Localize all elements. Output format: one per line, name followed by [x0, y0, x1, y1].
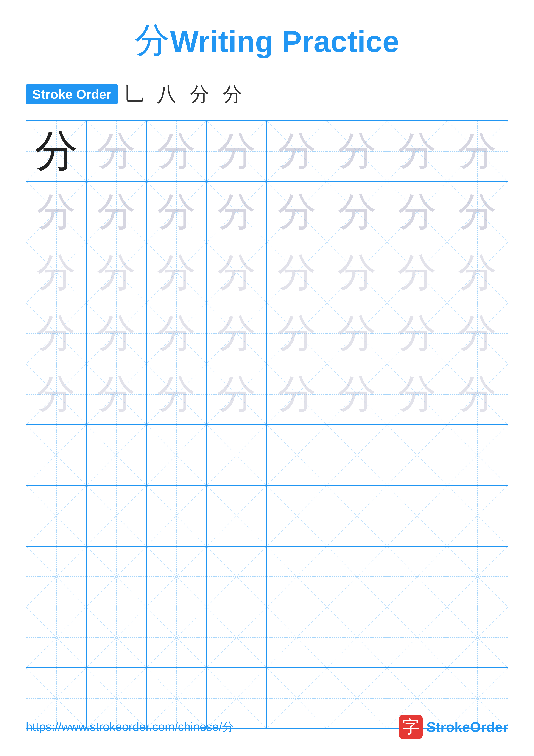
guide-char: 分 — [217, 186, 256, 238]
guide-char: 分 — [398, 307, 436, 360]
guide-char: 分 — [338, 186, 376, 238]
svg-line-99 — [87, 486, 146, 546]
grid-cell: 分 — [207, 121, 267, 181]
guide-char: 分 — [37, 368, 76, 420]
guide-char: 分 — [37, 307, 76, 360]
grid-cell-empty — [207, 547, 267, 607]
guide-char: 分 — [398, 186, 436, 238]
svg-line-98 — [87, 486, 146, 546]
grid-cell: 分 — [147, 242, 207, 303]
svg-line-130 — [87, 607, 146, 667]
grid-row: 分 分 分 分 分 分 分 分 — [27, 182, 507, 242]
grid-cell-empty — [327, 607, 387, 667]
guide-char: 分 — [217, 125, 256, 177]
guide-char: 分 — [217, 247, 256, 299]
guide-char: 分 — [157, 125, 196, 177]
svg-line-110 — [447, 486, 507, 546]
svg-line-129 — [27, 607, 86, 667]
svg-line-118 — [207, 547, 266, 607]
grid-cell-empty — [87, 486, 147, 546]
grid-cell: 分 — [207, 303, 267, 363]
guide-char: 分 — [458, 247, 497, 299]
guide-char: 分 — [398, 247, 436, 299]
svg-line-104 — [267, 486, 327, 546]
grid-cell-empty — [27, 547, 87, 607]
svg-line-117 — [147, 547, 206, 607]
grid-cell: 分 — [147, 121, 207, 181]
svg-line-103 — [207, 486, 266, 546]
svg-line-120 — [267, 547, 327, 607]
grid-cell-empty — [387, 486, 447, 546]
grid-cell: 分 — [327, 242, 387, 303]
practice-grid: 分 分 分 分 分 分 分 — [26, 120, 508, 729]
svg-line-119 — [207, 547, 266, 607]
guide-char: 分 — [338, 307, 376, 360]
logo-icon-box: 字 — [399, 715, 423, 739]
grid-cell: 分 — [207, 182, 267, 242]
grid-cell: 分 — [87, 303, 147, 363]
grid-cell-empty — [147, 547, 207, 607]
guide-char: 分 — [217, 307, 256, 360]
svg-line-90 — [327, 425, 387, 485]
grid-cell-empty — [87, 425, 147, 485]
grid-cell-empty — [27, 486, 87, 546]
footer-logo: 字 StrokeOrder — [399, 715, 508, 739]
grid-cell: 分 — [447, 242, 507, 303]
grid-cell-ref: 分 — [27, 121, 87, 181]
title-chinese-char: 分 — [135, 21, 169, 60]
svg-line-82 — [87, 425, 146, 485]
svg-line-87 — [207, 425, 266, 485]
grid-cell: 分 — [327, 303, 387, 363]
grid-cell: 分 — [27, 182, 87, 242]
svg-line-107 — [327, 486, 387, 546]
svg-line-85 — [147, 425, 206, 485]
svg-line-93 — [387, 425, 447, 485]
svg-line-134 — [207, 607, 266, 667]
grid-row: 分 分 分 分 分 分 分 分 — [27, 303, 507, 364]
guide-char: 分 — [458, 368, 497, 420]
grid-cell-empty — [387, 547, 447, 607]
svg-line-138 — [327, 607, 387, 667]
svg-line-81 — [27, 425, 86, 485]
svg-line-102 — [207, 486, 266, 546]
grid-cell-empty — [147, 486, 207, 546]
svg-line-101 — [147, 486, 206, 546]
svg-line-128 — [27, 607, 86, 667]
guide-char: 分 — [458, 125, 497, 177]
svg-line-135 — [207, 607, 266, 667]
grid-cell: 分 — [447, 121, 507, 181]
guide-char: 分 — [458, 307, 497, 360]
guide-char: 分 — [97, 247, 136, 299]
grid-cell: 分 — [387, 364, 447, 424]
svg-line-116 — [147, 547, 206, 607]
grid-row-empty — [27, 607, 507, 668]
svg-line-123 — [327, 547, 387, 607]
grid-cell-empty — [267, 425, 327, 485]
svg-line-108 — [387, 486, 447, 546]
svg-line-94 — [447, 425, 507, 485]
guide-char: 分 — [97, 186, 136, 238]
guide-char: 分 — [37, 247, 76, 299]
svg-line-112 — [27, 547, 86, 607]
grid-cell-empty — [447, 486, 507, 546]
grid-cell-empty — [447, 425, 507, 485]
guide-char: 分 — [277, 307, 316, 360]
guide-char: 分 — [277, 125, 316, 177]
grid-cell-empty — [267, 547, 327, 607]
grid-cell: 分 — [87, 182, 147, 242]
svg-line-122 — [327, 547, 387, 607]
svg-line-115 — [87, 547, 146, 607]
grid-cell: 分 — [267, 121, 327, 181]
svg-line-109 — [387, 486, 447, 546]
grid-cell-empty — [207, 486, 267, 546]
grid-cell: 分 — [327, 182, 387, 242]
svg-line-96 — [27, 486, 86, 546]
svg-line-97 — [27, 486, 86, 546]
svg-line-89 — [267, 425, 327, 485]
grid-cell-empty — [327, 425, 387, 485]
footer-url: https://www.strokeorder.com/chinese/分 — [26, 719, 234, 735]
svg-line-83 — [87, 425, 146, 485]
title-area: 分 Writing Practice — [26, 17, 508, 64]
svg-line-132 — [147, 607, 206, 667]
grid-cell-empty — [207, 425, 267, 485]
